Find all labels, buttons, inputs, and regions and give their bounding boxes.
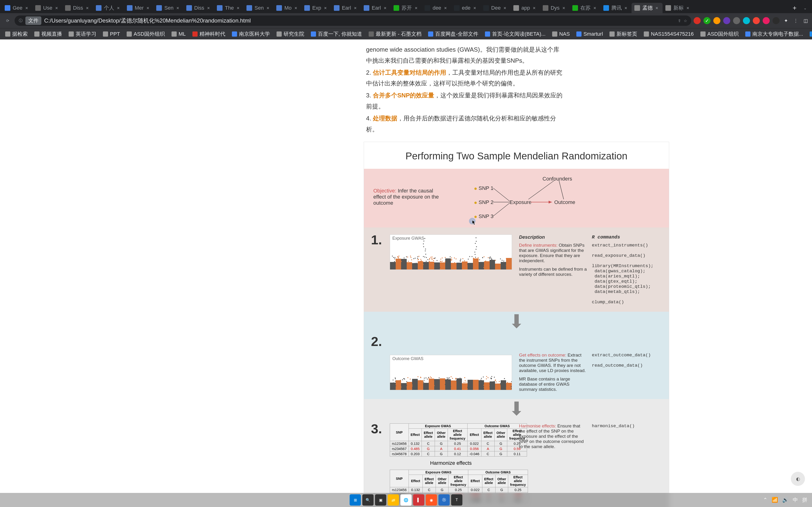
bookmark-item[interactable]: 精神科时代 (190, 29, 228, 39)
ext-icon-4[interactable] (723, 17, 730, 24)
bookmark-star-icon[interactable]: ☆ (684, 18, 687, 23)
browser-tab[interactable]: Mer× (124, 3, 154, 13)
browser-tab[interactable]: 在苏× (569, 3, 601, 13)
menu-dots-icon[interactable]: ⋮ (792, 17, 799, 24)
floating-help-button[interactable]: ◐ (791, 472, 805, 486)
bookmark-item[interactable]: 新标签页 (607, 29, 640, 39)
ext-icon-3[interactable] (713, 17, 720, 24)
tab-close-icon[interactable]: × (116, 5, 121, 11)
bookmark-item[interactable]: 英语学习 (66, 29, 99, 39)
bookmark-item[interactable]: 南京医科大学 (229, 29, 273, 39)
tab-close-icon[interactable]: × (472, 5, 478, 11)
systray-ime[interactable]: 拼 (802, 496, 807, 504)
bookmark-item[interactable]: ASD国外组织 (698, 29, 742, 39)
new-tab-button[interactable]: + (790, 3, 800, 13)
systray-lang[interactable]: 中 (793, 496, 798, 504)
browser-tab[interactable]: Mo× (273, 3, 301, 13)
bookmark-item[interactable]: ASD国外组织 (124, 29, 168, 39)
browser-tab[interactable]: 个人× (93, 3, 124, 13)
browser-tab[interactable]: Diss× (62, 3, 93, 13)
tab-close-icon[interactable]: × (531, 5, 537, 11)
tab-dropdown[interactable]: ⌄ (800, 3, 810, 13)
taskbar-app-icon[interactable]: 🔍 (362, 494, 373, 506)
side-panel-icon[interactable]: ◫ (802, 17, 809, 24)
ext-icon-7[interactable] (753, 17, 760, 24)
taskbar-app-icon[interactable]: ◉ (426, 494, 437, 506)
browser-tab[interactable]: Diss× (184, 3, 214, 13)
ext-icon-6[interactable] (743, 17, 750, 24)
systray-wifi-icon[interactable]: 📶 (772, 497, 778, 503)
url-box[interactable]: ⓘ 文件 C:/Users/guanluyang/Desktop/孟德尔随机化%… (14, 15, 691, 26)
tab-close-icon[interactable]: × (293, 5, 299, 11)
browser-tab[interactable]: Use× (33, 3, 62, 13)
ext-icon-1[interactable] (694, 17, 701, 24)
tab-close-icon[interactable]: × (623, 5, 629, 11)
bookmark-item[interactable]: 首页-论文阅读(BETA)... (482, 29, 548, 39)
bookmark-item[interactable]: NAS (549, 30, 572, 39)
browser-tab[interactable]: Sen× (153, 3, 183, 13)
browser-tab[interactable]: 腾讯× (601, 3, 631, 13)
browser-tab[interactable]: Sen× (244, 3, 273, 13)
taskbar-app-icon[interactable]: ▌ (413, 494, 424, 506)
extensions-puzzle-icon[interactable]: ✦ (782, 17, 790, 24)
bookmark-item[interactable]: Smarturl (573, 30, 606, 39)
browser-tab[interactable]: The× (214, 3, 244, 13)
page-content[interactable]: genome wide association studies (GWAS)。我… (0, 40, 812, 507)
browser-tab[interactable]: dee× (422, 3, 451, 13)
tab-close-icon[interactable]: × (382, 5, 388, 11)
bookmark-item[interactable]: 据检索 (2, 29, 31, 39)
browser-tab[interactable]: 苏开× (391, 3, 422, 13)
share-icon[interactable]: ⇧ (678, 18, 681, 23)
bookmark-item[interactable]: 最新更新 - 石墨文档 (366, 29, 424, 39)
ext-icon-9[interactable] (772, 17, 779, 24)
tab-close-icon[interactable]: × (206, 5, 211, 11)
taskbar-app-icon[interactable]: ⊞ (350, 494, 361, 506)
bookmark-item[interactable]: 腾讯文档 (807, 29, 812, 39)
bookmark-item[interactable]: 百度网盘-全部文件 (425, 29, 481, 39)
bookmark-item[interactable]: NAS1554S475216 (641, 30, 696, 39)
systray-volume-icon[interactable]: 🔊 (782, 497, 789, 503)
tab-close-icon[interactable]: × (235, 5, 241, 11)
browser-tab[interactable]: 孟德× (631, 3, 663, 13)
site-info-icon[interactable]: ⓘ (19, 18, 22, 23)
browser-tab[interactable]: app× (511, 3, 540, 13)
tab-close-icon[interactable]: × (685, 5, 691, 11)
browser-tab[interactable]: Dee× (480, 3, 511, 13)
tab-close-icon[interactable]: × (413, 5, 419, 11)
tab-close-icon[interactable]: × (175, 5, 181, 11)
taskbar-app-icon[interactable]: T (451, 494, 462, 506)
bookmark-item[interactable]: 南京大专病电子数据... (743, 29, 806, 39)
browser-tab[interactable]: 新标× (663, 3, 694, 13)
taskbar-app-icon[interactable]: Ⓡ (439, 494, 450, 506)
browser-tab[interactable]: Exp× (301, 3, 331, 13)
tab-close-icon[interactable]: × (85, 5, 90, 11)
tab-close-icon[interactable]: × (561, 5, 567, 11)
ext-icon-2[interactable]: ✓ (703, 17, 711, 24)
ext-icon-8[interactable] (763, 17, 770, 24)
systray-chevron-icon[interactable]: ⌃ (763, 497, 767, 503)
tab-close-icon[interactable]: × (502, 5, 508, 11)
tab-close-icon[interactable]: × (592, 5, 598, 11)
taskbar-app-icon[interactable]: 🌐 (400, 494, 412, 506)
tab-close-icon[interactable]: × (322, 5, 328, 11)
taskbar-app-icon[interactable]: 📁 (388, 494, 399, 506)
browser-tab[interactable]: Dys× (540, 3, 569, 13)
tab-close-icon[interactable]: × (352, 5, 358, 11)
bookmark-item[interactable]: 百度一下, 你就知道 (308, 29, 365, 39)
tab-close-icon[interactable]: × (54, 5, 59, 11)
ext-icon-5[interactable] (733, 17, 740, 24)
taskbar-app-icon[interactable]: ▣ (375, 494, 386, 506)
browser-tab[interactable]: Gee× (2, 3, 33, 13)
bookmark-item[interactable]: ML (169, 30, 189, 39)
browser-tab[interactable]: Earl× (331, 3, 361, 13)
bookmark-item[interactable]: 研究生院 (274, 29, 307, 39)
bookmark-item[interactable]: PPT (100, 30, 123, 39)
bookmark-item[interactable]: 视频直播 (32, 29, 65, 39)
reload-button[interactable]: ⟳ (3, 16, 12, 25)
tab-close-icon[interactable]: × (443, 5, 448, 11)
tab-close-icon[interactable]: × (265, 5, 271, 11)
tab-close-icon[interactable]: × (145, 5, 151, 11)
browser-tab[interactable]: Earl× (361, 3, 391, 13)
tab-close-icon[interactable]: × (654, 5, 660, 11)
tab-close-icon[interactable]: × (24, 5, 30, 11)
